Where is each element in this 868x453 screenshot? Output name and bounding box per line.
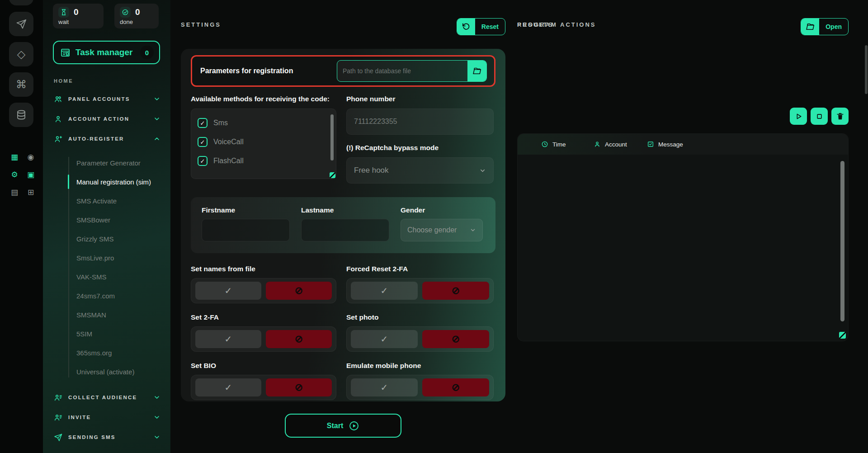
disable-button[interactable]: ⊘ (266, 330, 332, 348)
people-icon (54, 95, 62, 104)
chevron-down-icon (153, 95, 160, 103)
program-actions-buttons (790, 108, 849, 125)
submenu-item-5sim[interactable]: 5SIM (76, 324, 170, 343)
toggles-grid: Set names from file ✓ ⊘ Forced Reset 2-F… (191, 265, 495, 400)
submenu-item-manual-registration[interactable]: Manual registration (sim) (76, 172, 170, 191)
window-scrollbar[interactable] (865, 45, 868, 94)
method-row-sms: ✓ Sms (198, 113, 330, 132)
play-icon (794, 112, 803, 121)
disable-button[interactable]: ⊘ (422, 330, 489, 348)
table-scrollbar[interactable] (840, 161, 844, 321)
sidebar-item-collect-audience[interactable]: COLLECT AUDIENCE (53, 387, 170, 407)
rail-mini-icons: ▦ ◉ ⚙ ▣ ▤ ⊞ (6, 148, 39, 201)
submenu-item-universal-activate[interactable]: Universal (activate) (76, 362, 170, 381)
names-card: Firstname Lastname Gender Choose gender (191, 197, 495, 253)
methods-field: Available methods for receiving the code… (191, 95, 336, 184)
reset-button[interactable]: Reset (457, 18, 505, 35)
methods-label: Available methods for receiving the code… (191, 95, 336, 103)
open-results-button[interactable]: Open (801, 18, 849, 35)
task-counters: 0 wait 0 done (53, 4, 170, 28)
folder-open-icon[interactable] (467, 61, 486, 81)
app-window: ◇ ⌘ ▦ ◉ ⚙ ▣ ▤ ⊞ (0, 0, 868, 453)
column-message: Message (647, 141, 683, 148)
enable-button[interactable]: ✓ (351, 378, 418, 396)
sidebar-item-account-action[interactable]: ACCOUNT ACTION (53, 109, 170, 129)
flashcall-checkbox[interactable]: ✓ (198, 156, 208, 166)
registration-row-highlighted: Parameters for registration (191, 55, 495, 87)
done-label: done (120, 19, 153, 25)
phone-label: Phone number (346, 95, 494, 103)
voicecall-checkbox[interactable]: ✓ (198, 137, 208, 147)
command-icon[interactable]: ⌘ (9, 72, 33, 97)
submenu-item-365sms[interactable]: 365sms.org (76, 343, 170, 362)
stop-button[interactable] (811, 108, 828, 125)
enable-button[interactable]: ✓ (195, 330, 261, 348)
enable-button[interactable]: ✓ (195, 378, 261, 396)
enable-button[interactable]: ✓ (195, 282, 261, 300)
check-circle-icon (120, 7, 131, 18)
submenu-item-24sms7[interactable]: 24sms7.com (76, 286, 170, 305)
profile-icon[interactable]: ◉ (23, 148, 39, 166)
toggle-set-2fa: Set 2-FA ✓ ⊘ (191, 313, 336, 352)
toggle-emulate-mobile-phone: Emulate mobile phone ✓ ⊘ (346, 362, 494, 400)
sidebar-item-auto-register[interactable]: AUTO-REGISTER (53, 129, 170, 149)
auto-register-submenu: Parameter Generator Manual registration … (68, 153, 170, 381)
disable-button[interactable]: ⊘ (266, 378, 332, 396)
enable-button[interactable]: ✓ (351, 282, 418, 300)
sidebar-item-panel-accounts[interactable]: PANEL ACCOUNTS (53, 89, 170, 109)
database-path-input[interactable] (337, 61, 467, 81)
billing-icon[interactable]: ▦ (6, 148, 23, 166)
database-path-group (337, 60, 487, 82)
paper-plane-icon (54, 433, 62, 442)
task-manager-button[interactable]: Task manager 0 (53, 41, 160, 64)
sidebar-item-invite[interactable]: INVITE (53, 407, 170, 427)
submenu-item-grizzly-sms[interactable]: Grizzly SMS (76, 229, 170, 248)
listbox-resize-handle[interactable] (330, 172, 335, 178)
gear-icon[interactable]: ⚙ (6, 166, 23, 184)
submenu-item-smslive-pro[interactable]: SmsLive.pro (76, 248, 170, 267)
gender-select[interactable]: Choose gender (401, 219, 483, 241)
trash-icon (836, 112, 844, 121)
disable-button[interactable]: ⊘ (422, 378, 489, 396)
submenu-item-smsbower[interactable]: SMSBower (76, 210, 170, 229)
lastname-input[interactable] (307, 226, 383, 234)
lastname-label: Lastname (301, 206, 389, 214)
person-plus-icon (54, 135, 62, 143)
chevron-down-icon (153, 394, 160, 401)
sms-checkbox[interactable]: ✓ (198, 118, 208, 128)
message-icon (647, 141, 654, 148)
stop-icon (815, 112, 824, 121)
submenu-item-smsman[interactable]: SMSMAN (76, 305, 170, 324)
disable-button[interactable]: ⊘ (266, 282, 332, 300)
registration-label: Parameters for registration (200, 67, 293, 75)
reset-icon (457, 19, 475, 35)
task-manager-icon (60, 47, 71, 58)
recaptcha-select[interactable]: Free hook (346, 157, 494, 184)
database-icon[interactable] (9, 103, 33, 127)
docs-icon[interactable]: ▤ (6, 184, 23, 201)
enable-button[interactable]: ✓ (351, 330, 418, 348)
clock-icon (541, 141, 548, 148)
monitor-icon[interactable]: ▣ (23, 166, 39, 184)
submenu-item-vak-sms[interactable]: VAK-SMS (76, 267, 170, 286)
disable-button[interactable]: ⊘ (422, 282, 489, 300)
diamond-icon[interactable]: ◇ (9, 42, 33, 66)
play-button[interactable] (790, 108, 807, 125)
top-partial-button[interactable] (9, 0, 33, 5)
delete-button[interactable] (831, 108, 849, 125)
column-account: Account (594, 141, 647, 148)
submenu-item-sms-activate[interactable]: SMS Activate (76, 191, 170, 210)
submenu-item-parameter-generator[interactable]: Parameter Generator (76, 153, 170, 172)
firstname-input[interactable] (208, 226, 284, 234)
task-manager-badge: 0 (140, 46, 154, 59)
firstname-label: Firstname (202, 206, 290, 214)
sidebar-item-sending-sms[interactable]: SENDING SMS (53, 427, 170, 447)
send-icon[interactable] (9, 12, 33, 36)
start-button[interactable]: Start (285, 414, 401, 438)
play-circle-icon (349, 420, 359, 431)
listbox-scrollbar[interactable] (330, 114, 334, 160)
modules-icon[interactable]: ⊞ (23, 184, 39, 201)
table-resize-handle[interactable] (839, 332, 846, 339)
phone-input[interactable] (354, 118, 486, 126)
methods-listbox: ✓ Sms ✓ VoiceCall ✓ FlashCall (191, 109, 336, 179)
